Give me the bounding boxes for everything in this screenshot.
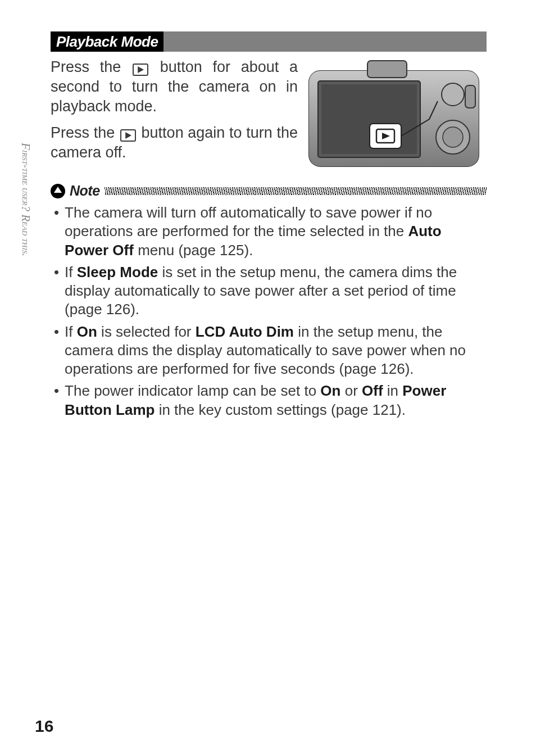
- note-text: If: [65, 264, 77, 280]
- note-list: • The camera will turn off automatically…: [54, 203, 487, 419]
- note-bold: On: [77, 323, 97, 340]
- note-bullet-icon: [51, 184, 65, 198]
- note-text: in: [383, 382, 403, 399]
- note-text: or: [340, 382, 362, 399]
- bullet-dot: •: [54, 382, 59, 419]
- paragraph-1: Press the button for about a second to t…: [51, 57, 298, 116]
- bullet-dot: •: [54, 263, 59, 319]
- playback-icon: [133, 64, 148, 76]
- note-text: The camera will turn off automatically t…: [65, 204, 432, 239]
- note-bold: On: [320, 382, 340, 399]
- note-bold: Off: [362, 382, 383, 399]
- svg-rect-10: [465, 85, 475, 108]
- svg-marker-0: [138, 66, 144, 73]
- note-text: in the key custom settings (page 121).: [155, 401, 406, 418]
- note-bold: LCD Auto Dim: [196, 323, 294, 340]
- note-label: Note: [70, 183, 100, 199]
- note-text: The power indicator lamp can be set to: [65, 382, 320, 399]
- note-divider: [105, 187, 487, 195]
- section-heading: Playback Mode: [51, 31, 163, 52]
- para2-text-a: Press the: [51, 124, 119, 141]
- svg-rect-4: [367, 61, 407, 78]
- note-item: • The camera will turn off automatically…: [54, 203, 487, 260]
- svg-point-9: [443, 127, 463, 147]
- playback-icon: [120, 129, 136, 142]
- sidebar-tab-text: First-time user? Read this.: [19, 143, 33, 256]
- note-bold: Sleep Mode: [77, 264, 158, 280]
- note-text: If: [65, 323, 77, 340]
- section-header-bar: Playback Mode: [51, 31, 487, 52]
- camera-illustration: [306, 57, 487, 170]
- para1-text-a: Press the: [51, 58, 131, 75]
- note-text: menu (page 125).: [134, 242, 253, 259]
- paragraph-2: Press the button again to turn the camer…: [51, 123, 298, 162]
- note-item: • If Sleep Mode is set in the setup menu…: [54, 263, 487, 319]
- note-item: • The power indicator lamp can be set to…: [54, 382, 487, 419]
- page-number: 16: [35, 717, 53, 736]
- note-text: is selected for: [97, 323, 196, 340]
- note-item: • If On is selected for LCD Auto Dim in …: [54, 323, 487, 379]
- note-header: Note: [51, 183, 487, 199]
- svg-point-7: [442, 83, 464, 106]
- bullet-dot: •: [54, 323, 59, 379]
- svg-marker-1: [125, 132, 131, 139]
- bullet-dot: •: [54, 203, 59, 260]
